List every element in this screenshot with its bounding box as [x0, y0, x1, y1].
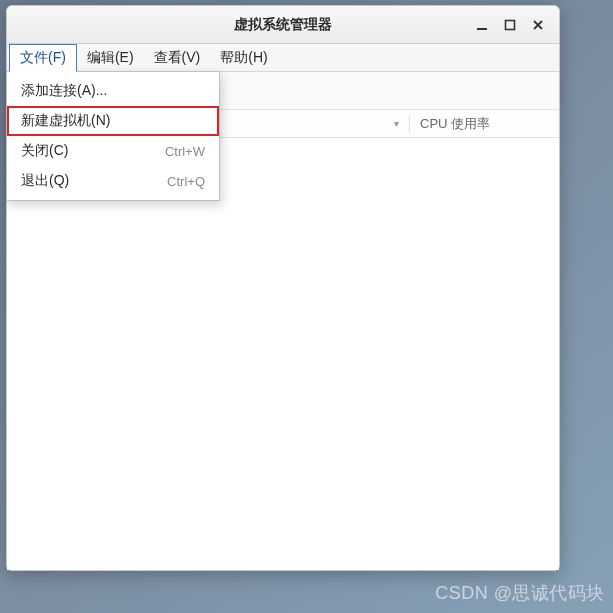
titlebar: 虚拟系统管理器 — [7, 6, 559, 44]
window-buttons — [473, 6, 553, 43]
menu-item-accelerator: Ctrl+W — [165, 144, 205, 159]
svg-rect-1 — [506, 20, 515, 29]
menu-item-label: 关闭(C) — [21, 142, 147, 160]
vm-list-area — [7, 138, 559, 570]
menubar: 文件(F) 编辑(E) 查看(V) 帮助(H) — [7, 44, 559, 72]
menu-help[interactable]: 帮助(H) — [210, 44, 277, 71]
menu-item-close[interactable]: 关闭(C) Ctrl+W — [7, 136, 219, 166]
column-cpu-usage[interactable]: CPU 使用率 — [409, 115, 559, 133]
menu-view[interactable]: 查看(V) — [144, 44, 211, 71]
menu-item-label: 退出(Q) — [21, 172, 149, 190]
menu-item-label: 新建虚拟机(N) — [21, 112, 205, 130]
close-button[interactable] — [529, 16, 547, 34]
watermark-text: CSDN @思诚代码块 — [435, 581, 605, 605]
menu-item-label: 添加连接(A)... — [21, 82, 205, 100]
minimize-button[interactable] — [473, 16, 491, 34]
menu-file[interactable]: 文件(F) — [9, 44, 77, 72]
file-menu-dropdown: 添加连接(A)... 新建虚拟机(N) 关闭(C) Ctrl+W 退出(Q) C… — [6, 71, 220, 201]
maximize-button[interactable] — [501, 16, 519, 34]
menu-item-add-connection[interactable]: 添加连接(A)... — [7, 76, 219, 106]
menu-item-accelerator: Ctrl+Q — [167, 174, 205, 189]
menu-item-quit[interactable]: 退出(Q) Ctrl+Q — [7, 166, 219, 196]
svg-rect-0 — [477, 28, 487, 30]
menu-item-new-vm[interactable]: 新建虚拟机(N) — [7, 106, 219, 136]
sort-indicator-icon: ▾ — [394, 118, 399, 129]
menu-edit[interactable]: 编辑(E) — [77, 44, 144, 71]
